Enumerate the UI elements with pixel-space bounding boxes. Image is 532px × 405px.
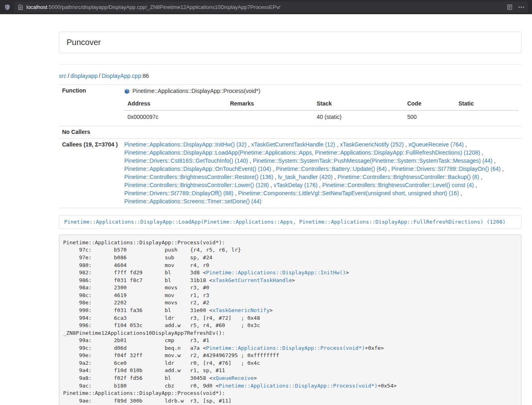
page-content: Puncover src/displayapp/DisplayApp.cpp:8… — [0, 14, 532, 405]
cell-static — [455, 110, 518, 124]
callee-link[interactable]: xQueueReceive (764) — [409, 141, 464, 148]
disassembly-pre: Pinetime::Applications::DisplayApp::Proc… — [59, 235, 521, 405]
function-name: Pinetime::Applications::DisplayApp::Proc… — [132, 87, 260, 95]
callee-link[interactable]: Pinetime::Drivers::Cst816S::GetTouchInfo… — [124, 157, 248, 164]
breadcrumb-separator: / — [68, 73, 69, 79]
breadcrumb: src/displayapp/DisplayApp.cpp:86 — [59, 73, 521, 79]
callee-link[interactable]: Pinetime::Drivers::St7789::DisplayOff() … — [124, 190, 233, 196]
callee-link[interactable]: Pinetime::Controllers::BrightnessControl… — [124, 174, 273, 180]
callee-link[interactable]: lv_task_handler (420) — [278, 174, 333, 180]
function-icon — [124, 88, 130, 94]
breadcrumb-link-displayapp[interactable]: displayapp — [71, 73, 98, 79]
callee-link[interactable]: Pinetime::Controllers::Battery::Update()… — [276, 166, 387, 172]
callers-cell — [121, 126, 521, 138]
callee-link[interactable]: Pinetime::Components::LittleVgl::SetNewT… — [238, 190, 459, 196]
col-header-code: Code — [404, 98, 455, 110]
callees-cell: Pinetime::Applications::DisplayApp::Init… — [121, 138, 521, 208]
detail-header-row: Address Remarks Stack Code Static — [124, 98, 518, 110]
function-label: Function — [59, 85, 121, 126]
callees-row: Callees (19, Σ=3704 ) Pinetime::Applicat… — [59, 138, 521, 208]
callee-link[interactable]: Pinetime::Applications::Screens::Timer::… — [124, 198, 261, 205]
asm-symbol-link[interactable]: Pinetime::Applications::DisplayApp::Proc… — [206, 345, 365, 351]
callee-link[interactable]: Pinetime::Drivers::St7789::DisplayOn() (… — [392, 166, 501, 172]
overflow-menu-icon[interactable] — [518, 6, 524, 8]
callee-link[interactable]: Pinetime::Controllers::BrightnessControl… — [124, 182, 269, 188]
callee-link[interactable]: xTaskGetCurrentTaskHandle (12) — [251, 141, 335, 148]
col-header-stack: Stack — [313, 98, 404, 110]
col-header-static: Static — [455, 98, 518, 110]
col-header-remarks: Remarks — [227, 98, 314, 110]
browser-toolbar: localhost:5000/path/src/displayapp/Displ… — [0, 0, 532, 14]
function-name-line: Pinetime::Applications::DisplayApp::Proc… — [124, 87, 518, 98]
cell-remarks — [227, 110, 314, 124]
cell-code: 500 — [404, 110, 455, 124]
function-detail-table: Address Remarks Stack Code Static 0x0000… — [124, 98, 518, 124]
url-host: localhost — [26, 4, 47, 10]
callee-link[interactable]: Pinetime::Controllers::BrightnessControl… — [337, 174, 479, 180]
url-path: :5000/path/src/displayapp/DisplayApp.cpp… — [47, 4, 280, 10]
highlighted-callee-link[interactable]: Pinetime::Applications::DisplayApp::Load… — [64, 219, 506, 225]
callees-label: Callees (19, Σ=3704 ) — [59, 138, 121, 208]
callee-link[interactable]: Pinetime::Applications::DisplayApp::Init… — [124, 141, 246, 148]
detail-data-row: 0x0000097c 40 (static) 500 — [124, 110, 518, 124]
app-title: Puncover — [67, 38, 514, 47]
no-callers-row: No Callers — [59, 126, 521, 138]
callee-link[interactable]: vTaskDelay (176) — [274, 182, 317, 188]
divider — [59, 64, 521, 65]
cell-stack: 40 (static) — [313, 110, 404, 124]
callee-link[interactable]: Pinetime::System::SystemTask::PushMessag… — [253, 157, 493, 164]
asm-symbol-link[interactable]: Pinetime::Applications::DisplayApp::Proc… — [219, 383, 377, 389]
asm-symbol-link[interactable]: Pinetime::Applications::DisplayApp::Init… — [206, 269, 346, 276]
symbol-table: Function Pinetime::Applications::Display… — [59, 84, 521, 208]
callee-link[interactable]: Pinetime::Applications::DisplayApp::OnTo… — [124, 166, 271, 172]
reader-view-icon[interactable] — [507, 4, 513, 10]
highlighted-callee-panel: Pinetime::Applications::DisplayApp::Load… — [59, 215, 521, 229]
breadcrumb-link-src[interactable]: src — [59, 73, 67, 79]
breadcrumb-link-file[interactable]: DisplayApp.cpp — [101, 73, 141, 79]
no-callers-label: No Callers — [59, 126, 121, 138]
url-text: localhost:5000/path/src/displayapp/Displ… — [26, 4, 504, 10]
function-row: Function Pinetime::Applications::Display… — [59, 85, 521, 126]
tracking-protection-shield-icon[interactable] — [4, 4, 11, 11]
col-header-address: Address — [124, 98, 226, 110]
asm-symbol-link[interactable]: xTaskGenericNotify — [212, 307, 269, 313]
asm-symbol-link[interactable]: xQueueReceive — [212, 375, 254, 381]
page-info-icon[interactable] — [18, 4, 23, 10]
callee-link[interactable]: Pinetime::Controllers::BrightnessControl… — [322, 182, 474, 188]
breadcrumb-line-number: :86 — [141, 73, 149, 79]
puncover-header-panel: Puncover — [59, 32, 521, 53]
cell-address: 0x0000097c — [124, 110, 226, 124]
callee-link[interactable]: xTaskGenericNotify (252) — [340, 141, 404, 148]
callee-link[interactable]: Pinetime::Applications::DisplayApp::Load… — [124, 149, 480, 156]
url-bar[interactable]: localhost:5000/path/src/displayapp/Displ… — [14, 2, 528, 13]
asm-symbol-link[interactable]: xTaskGetCurrentTaskHandle — [212, 277, 292, 283]
breadcrumb-separator: / — [99, 73, 101, 79]
